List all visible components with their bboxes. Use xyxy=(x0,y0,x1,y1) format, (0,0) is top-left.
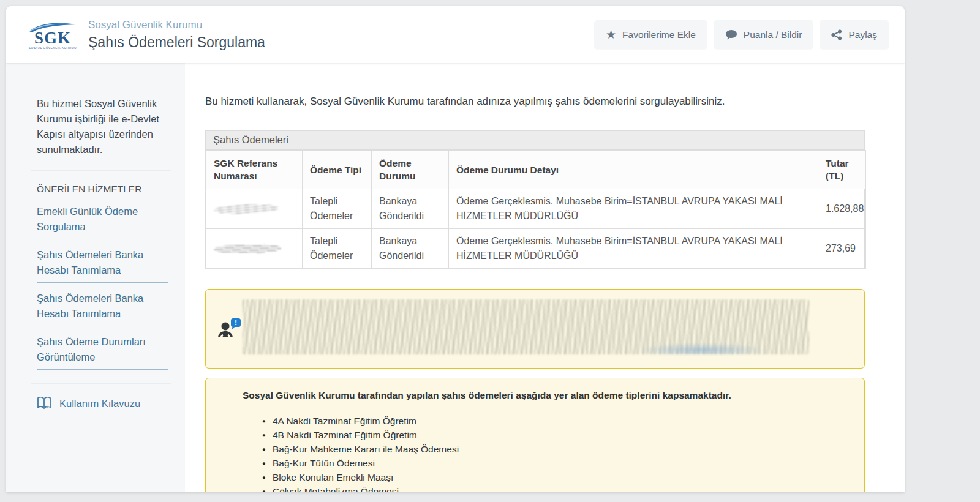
column-header-tutar: Tutar (TL) xyxy=(818,151,866,189)
rate-report-label: Puanla / Bildir xyxy=(744,29,802,40)
payment-types-heading: Sosyal Güvenlik Kurumu tarafından yapıla… xyxy=(243,390,852,401)
user-manual-link[interactable]: Kullanım Kılavuzu xyxy=(37,397,168,410)
sgk-logo-subtext: SOSYAL GÜVENLİK KURUMU xyxy=(26,46,79,50)
sgk-logo-text: SGK xyxy=(26,30,79,46)
cell-detay: Ödeme Gerçeklesmis. Muhasebe Birim=İSTAN… xyxy=(449,229,818,269)
service-card: SGK SOSYAL GÜVENLİK KURUMU Sosyal Güvenl… xyxy=(6,6,905,492)
sidebar-link-emekli-gunluk-odeme[interactable]: Emekli Günlük Ödeme Sorgulama xyxy=(37,204,168,239)
payments-panel-title: Şahıs Ödemeleri xyxy=(206,131,864,150)
cell-odeme-durumu: Bankaya Gönderildi xyxy=(372,189,449,229)
organization-name: Sosyal Güvenlik Kurumu xyxy=(88,19,265,31)
page-header: SGK SOSYAL GÜVENLİK KURUMU Sosyal Güvenl… xyxy=(6,6,905,63)
cell-odeme-tipi: Talepli Ödemeler xyxy=(303,229,372,269)
star-icon: ★ xyxy=(606,29,616,40)
body-row: Bu hizmet Sosyal Güvenlik Kurumu işbirli… xyxy=(6,63,905,492)
redacted-reference-number xyxy=(214,244,281,254)
column-header-referans: SGK Referans Numarası xyxy=(206,151,303,189)
sgk-logo: SGK SOSYAL GÜVENLİK KURUMU xyxy=(26,21,79,50)
cell-tutar: 273,69 xyxy=(818,229,866,269)
payment-types-list: 4A Nakdi Tazminat Eğitim Öğretim 4B Nakd… xyxy=(243,414,852,492)
sidebar-link-banka-hesabi-tanimlama-2[interactable]: Şahıs Ödemeleri Banka Hesabı Tanımlama xyxy=(37,291,168,326)
payments-table: SGK Referans Numarası Ödeme Tipi Ödeme D… xyxy=(206,150,866,269)
sidebar-info-text: Bu hizmet Sosyal Güvenlik Kurumu işbirli… xyxy=(37,96,168,157)
sidebar-link-odeme-durumlari[interactable]: Şahıs Ödeme Durumları Görüntüleme xyxy=(37,334,168,370)
list-item: Çölyak Metabolizma Ödemesi xyxy=(243,484,852,492)
list-item: 4B Nakdi Tazminat Eğitim Öğretim xyxy=(243,428,852,442)
cell-referans-redacted xyxy=(206,189,303,229)
svg-text:!: ! xyxy=(235,318,237,327)
add-to-favorites-label: Favorilerime Ekle xyxy=(622,29,696,40)
sidebar-link-banka-hesabi-tanimlama-1[interactable]: Şahıs Ödemeleri Banka Hesabı Tanımlama xyxy=(37,247,168,283)
sidebar-divider xyxy=(31,170,172,171)
list-item: Bağ-Kur Mahkeme Kararı ile Maaş Ödemesi xyxy=(243,442,852,456)
header-titles: Sosyal Güvenlik Kurumu Şahıs Ödemeleri S… xyxy=(88,19,265,51)
payment-types-box: Sosyal Güvenlik Kurumu tarafından yapıla… xyxy=(205,378,865,492)
cell-tutar: 1.628,88 xyxy=(818,189,866,229)
person-alert-icon: ! xyxy=(216,315,243,342)
rate-report-button[interactable]: Puanla / Bildir xyxy=(714,20,814,49)
add-to-favorites-button[interactable]: ★ Favorilerime Ekle xyxy=(594,20,707,49)
share-label: Paylaş xyxy=(848,29,877,40)
page: { "header": { "logo": { "text": "SGK", "… xyxy=(0,0,980,502)
suggested-services-title: ÖNERİLEN HİZMETLER xyxy=(37,184,168,195)
sidebar-divider xyxy=(31,383,172,384)
payments-table-header-row: SGK Referans Numarası Ödeme Tipi Ödeme D… xyxy=(206,151,866,189)
cell-odeme-tipi: Talepli Ödemeler xyxy=(303,189,372,229)
main-content: Bu hizmeti kullanarak, Sosyal Güvenlik K… xyxy=(185,63,905,492)
comment-icon xyxy=(725,29,737,40)
payments-panel: Şahıs Ödemeleri SGK Referans Numarası Öd… xyxy=(205,130,865,269)
page-title: Şahıs Ödemeleri Sorgulama xyxy=(88,34,265,51)
user-manual-label: Kullanım Kılavuzu xyxy=(59,397,140,410)
book-icon xyxy=(37,397,53,410)
share-button[interactable]: Paylaş xyxy=(820,20,889,49)
service-description: Bu hizmeti kullanarak, Sosyal Güvenlik K… xyxy=(205,96,865,108)
list-item: 4A Nakdi Tazminat Eğitim Öğretim xyxy=(243,414,852,428)
header-actions: ★ Favorilerime Ekle Puanla / Bildir Payl… xyxy=(594,20,889,49)
redacted-reference-number xyxy=(214,203,279,215)
sidebar: Bu hizmet Sosyal Güvenlik Kurumu işbirli… xyxy=(6,63,185,492)
column-header-odeme-durumu: Ödeme Durumu xyxy=(372,151,449,189)
redacted-notice-text xyxy=(243,299,809,354)
table-row: Talepli Ödemeler Bankaya Gönderildi Ödem… xyxy=(206,229,866,269)
list-item: Bağ-Kur Tütün Ödemesi xyxy=(243,456,852,470)
list-item: Bloke Konulan Emekli Maaşı xyxy=(243,470,852,484)
cell-referans-redacted xyxy=(206,229,303,269)
column-header-detay: Ödeme Durumu Detayı xyxy=(449,151,818,189)
table-row: Talepli Ödemeler Bankaya Gönderildi Ödem… xyxy=(206,189,866,229)
share-icon xyxy=(831,29,842,40)
redacted-notice-box: ! xyxy=(205,289,865,369)
cell-odeme-durumu: Bankaya Gönderildi xyxy=(372,229,449,269)
cell-detay: Ödeme Gerçeklesmis. Muhasebe Birim=İSTAN… xyxy=(449,189,818,229)
column-header-odeme-tipi: Ödeme Tipi xyxy=(303,151,372,189)
